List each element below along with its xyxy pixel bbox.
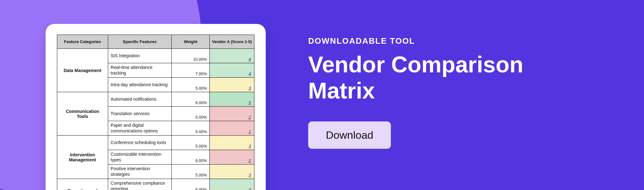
- category-cell: Communication Tools: [57, 92, 108, 136]
- weight-cell: 5.00%: [172, 136, 210, 150]
- preview-card: Feature Categories Specific Features Wei…: [46, 24, 266, 190]
- feature-cell: Conference scheduling tools: [108, 136, 171, 150]
- category-cell: Reporting and Analytics: [57, 179, 108, 190]
- header-categories: Feature Categories: [57, 35, 108, 49]
- weight-cell: 5.00%: [172, 165, 210, 179]
- download-button[interactable]: Download: [308, 121, 391, 149]
- header-weight: Weight: [172, 35, 210, 49]
- weight-cell: 10.00%: [172, 49, 210, 63]
- weight-cell: 5.00%: [172, 107, 210, 121]
- feature-cell: Translation services: [108, 107, 171, 121]
- feature-cell: Positive intervention strategies: [108, 165, 171, 179]
- table-row: Reporting and AnalyticsComprehensive com…: [57, 179, 254, 190]
- score-cell: 4: [210, 63, 254, 78]
- table-row: Intervention ManagementConference schedu…: [57, 136, 254, 150]
- weight-cell: 5.00%: [172, 121, 210, 136]
- weight-cell: 7.00%: [172, 63, 210, 78]
- feature-cell: Comprehensive compliance reporting: [108, 179, 171, 190]
- feature-cell: SIS Integration: [108, 49, 171, 63]
- feature-cell: Real-time attendance tracking: [108, 63, 171, 78]
- weight-cell: 5.00%: [172, 78, 210, 92]
- feature-cell: Automated notifications: [108, 92, 171, 107]
- eyebrow: DOWNLOADABLE TOOL: [308, 36, 616, 46]
- weight-cell: 6.00%: [172, 92, 210, 107]
- score-cell: 2: [210, 150, 254, 165]
- score-cell: 3: [210, 78, 254, 92]
- header-vendor-a: Vendor A (Score 1-5): [210, 35, 254, 49]
- category-cell: Data Management: [57, 49, 108, 92]
- score-cell: 4: [210, 179, 254, 190]
- feature-cell: Paper and digital communications options: [108, 121, 171, 136]
- title-line-2: Matrix: [308, 78, 375, 103]
- score-cell: 4: [210, 49, 254, 63]
- score-cell: 5: [210, 92, 254, 107]
- score-cell: 3: [210, 136, 254, 150]
- text-block: DOWNLOADABLE TOOL Vendor Comparison Matr…: [308, 36, 616, 149]
- promo-banner: Feature Categories Specific Features Wei…: [0, 0, 644, 190]
- page-title: Vendor Comparison Matrix: [308, 52, 616, 104]
- score-cell: 1: [210, 121, 254, 136]
- weight-cell: 6.00%: [172, 150, 210, 165]
- score-cell: 2: [210, 107, 254, 121]
- table-header-row: Feature Categories Specific Features Wei…: [57, 35, 254, 49]
- weight-cell: 6.00%: [172, 179, 210, 190]
- feature-cell: Intra-day attendance tracking: [108, 78, 171, 92]
- table-row: Data ManagementSIS Integration10.00%4: [57, 49, 254, 63]
- feature-cell: Customizable intervention types: [108, 150, 171, 165]
- header-features: Specific Features: [108, 35, 171, 49]
- score-cell: 3: [210, 165, 254, 179]
- table-row: Communication ToolsAutomated notificatio…: [57, 92, 254, 107]
- comparison-table: Feature Categories Specific Features Wei…: [57, 35, 254, 190]
- category-cell: Intervention Management: [57, 136, 108, 179]
- title-line-1: Vendor Comparison: [308, 52, 523, 77]
